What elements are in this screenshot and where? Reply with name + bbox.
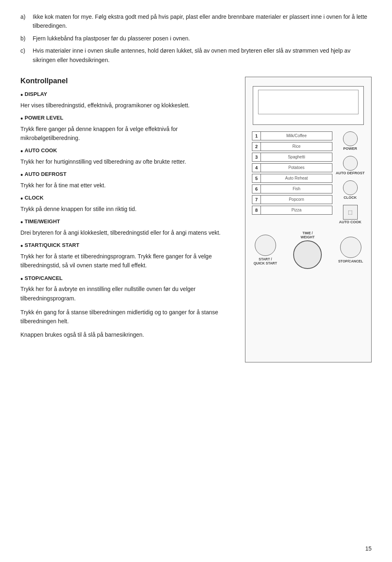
display-area (253, 86, 364, 125)
heading-display: DISPLAY (24, 91, 47, 97)
num-cell-3[interactable]: 3 (252, 153, 261, 162)
text-auto-cook: Trykk her for hurtiginnstilling ved tilb… (20, 157, 233, 166)
time-weight-dial[interactable] (293, 240, 322, 269)
kontrollpanel-title: Kontrollpanel (20, 77, 233, 85)
label-cell-6[interactable]: Fish (261, 184, 332, 193)
stop-button[interactable] (340, 237, 361, 258)
right-col-buttons: POWER AUTO DEFROST CLOCK ⬚ AUTO C (336, 131, 365, 224)
num-row-7: 7 Popcorn (252, 195, 332, 204)
section-display: • DISPLAY Her vises tilberedningstid, ef… (20, 91, 233, 110)
auto-defrost-button-label: AUTO DEFROST (336, 171, 365, 175)
section-clock: • CLOCK Trykk på denne knappen for still… (20, 195, 233, 213)
power-button-label: POWER (343, 147, 357, 151)
intro-content-c: Hvis materialer inne i ovnen skulle ante… (33, 46, 372, 64)
label-cell-1[interactable]: Milk/Coffee (261, 131, 332, 140)
num-cell-7[interactable]: 7 (252, 195, 261, 204)
label-cell-7[interactable]: Popcorn (261, 195, 332, 204)
section-stop: • STOP/CANCEL Trykk her for å avbryte en… (20, 275, 233, 303)
bullet-row-auto-cook: • AUTO COOK (20, 147, 233, 156)
dial-label: TIME /WEIGHT (301, 231, 314, 239)
bullet-row-start: • START/QUICK START (20, 242, 233, 251)
power-btn-group: POWER (343, 131, 358, 151)
num-row-3: 3 Spaghetti (252, 153, 332, 162)
clock-button[interactable] (343, 180, 358, 195)
stop-btn-group: STOP/CANCEL (338, 237, 363, 263)
heading-auto-defrost: AUTO DEFROST (24, 171, 66, 177)
intro-label-c: c) (20, 46, 33, 64)
num-cell-4[interactable]: 4 (252, 163, 261, 172)
left-panel: Kontrollpanel • DISPLAY Her vises tilber… (20, 77, 233, 362)
text-stop: Trykk her for å avbryte en innstilling e… (20, 284, 233, 303)
main-content: Kontrollpanel • DISPLAY Her vises tilber… (20, 77, 372, 362)
section-auto-cook: • AUTO COOK Trykk her for hurtiginnstill… (20, 147, 233, 166)
num-cell-2[interactable]: 2 (252, 142, 261, 151)
label-cell-4[interactable]: Potatoes (261, 163, 332, 172)
section-start: • START/QUICK START Trykk her for å star… (20, 242, 233, 270)
clock-btn-group: CLOCK (343, 180, 358, 200)
bullet-row-stop: • STOP/CANCEL (20, 275, 233, 284)
extra-text-1: Trykk én gang for å stanse tilberedninge… (20, 308, 233, 326)
heading-clock: CLOCK (24, 195, 43, 201)
num-row-2: 2 Rice (252, 142, 332, 151)
intro-content-a: Ikke kok maten for mye. Følg ekstra godt… (33, 12, 372, 31)
buttons-section: 1 Milk/Coffee 2 Rice 3 Spaghetti (249, 131, 367, 224)
clock-button-label: CLOCK (344, 196, 357, 200)
auto-defrost-button[interactable] (343, 156, 358, 171)
bullet-row-auto-defrost: • AUTO DEFROST (20, 171, 233, 180)
bullet-dot-auto-defrost: • (20, 171, 23, 180)
num-cell-1[interactable]: 1 (252, 131, 261, 140)
bullet-dot-auto-cook: • (20, 147, 23, 156)
auto-cook-btn-group: ⬚ AUTO COOK (339, 205, 361, 224)
bullet-dot-stop: • (20, 275, 23, 284)
start-button-label: START /QUICK START (254, 257, 277, 265)
power-button[interactable] (343, 131, 358, 146)
text-clock: Trykk på denne knappen for stille inn ri… (20, 204, 233, 213)
section-power-level: • POWER LEVEL Trykk flere ganger på denn… (20, 115, 233, 142)
bullet-row-power-level: • POWER LEVEL (20, 115, 233, 124)
bullet-dot-start: • (20, 242, 23, 251)
control-panel-box: 1 Milk/Coffee 2 Rice 3 Spaghetti (245, 77, 372, 362)
num-buttons-col: 1 Milk/Coffee 2 Rice 3 Spaghetti (252, 131, 332, 224)
num-row-8: 8 Pizza (252, 206, 332, 215)
text-display: Her vises tilberedningstid, effektnivå, … (20, 101, 233, 110)
num-row-4: 4 Potatoes (252, 163, 332, 172)
heading-auto-cook: AUTO COOK (24, 147, 57, 153)
start-button[interactable] (255, 235, 276, 256)
label-cell-5[interactable]: Auto Reheat (261, 174, 332, 183)
page-container: a) Ikke kok maten for mye. Følg ekstra g… (0, 0, 392, 387)
intro-item-b: b) Fjern lukkebånd fra plastposer før du… (20, 34, 372, 43)
num-cell-6[interactable]: 6 (252, 184, 261, 193)
intro-label-b: b) (20, 34, 33, 43)
bullet-row-time-weight: • TIME/WEIGHT (20, 218, 233, 227)
num-row-5: 5 Auto Reheat (252, 174, 332, 183)
section-time-weight: • TIME/WEIGHT Drei bryteren for å angi k… (20, 218, 233, 237)
bullet-row-clock: • CLOCK (20, 195, 233, 204)
right-panel: 1 Milk/Coffee 2 Rice 3 Spaghetti (245, 77, 372, 362)
stop-button-label: STOP/CANCEL (338, 259, 363, 263)
bullet-dot-power-level: • (20, 115, 23, 124)
text-time-weight: Drei bryteren for å angi klokkeslett, ti… (20, 228, 233, 237)
bullet-dot-time-weight: • (20, 218, 23, 227)
heading-stop: STOP/CANCEL (24, 275, 62, 281)
extra-text-2: Knappen brukes også til å slå på barnesi… (20, 330, 233, 339)
heading-start: START/QUICK START (24, 242, 79, 248)
num-row-6: 6 Fish (252, 184, 332, 193)
num-cell-8[interactable]: 8 (252, 206, 261, 215)
auto-cook-icon-btn[interactable]: ⬚ (343, 205, 358, 220)
bullet-dot-clock: • (20, 195, 23, 204)
label-cell-8[interactable]: Pizza (261, 206, 332, 215)
num-row-1: 1 Milk/Coffee (252, 131, 332, 140)
section-auto-defrost: • AUTO DEFROST Trykk her for å tine mat … (20, 171, 233, 190)
intro-item-a: a) Ikke kok maten for mye. Følg ekstra g… (20, 12, 372, 31)
label-cell-3[interactable]: Spaghetti (261, 153, 332, 162)
label-cell-2[interactable]: Rice (261, 142, 332, 151)
intro-content-b: Fjern lukkebånd fra plastposer før du pl… (33, 34, 372, 43)
text-auto-defrost: Trykk her for å tine mat etter vekt. (20, 181, 233, 190)
num-cell-5[interactable]: 5 (252, 174, 261, 183)
bullet-dot-display: • (20, 91, 23, 100)
auto-defrost-btn-group: AUTO DEFROST (336, 156, 365, 175)
start-btn-group: START /QUICK START (254, 235, 277, 265)
page-number: 15 (365, 545, 372, 552)
heading-power-level: POWER LEVEL (24, 115, 63, 121)
intro-item-c: c) Hvis materialer inne i ovnen skulle a… (20, 46, 372, 64)
